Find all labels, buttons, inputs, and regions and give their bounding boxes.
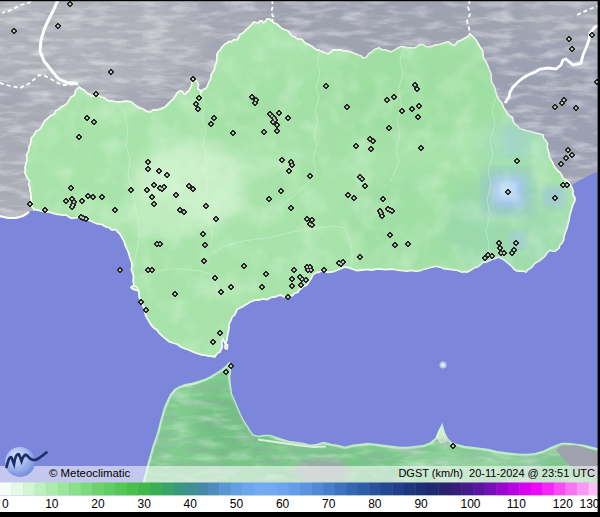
svg-text:© Meteoclimatic: © Meteoclimatic <box>49 467 130 479</box>
svg-text:40: 40 <box>184 497 198 511</box>
svg-text:50: 50 <box>230 497 244 511</box>
svg-text:DGST (km/h) 20-11-2024 @ 23:5: DGST (km/h) 20-11-2024 @ 23:51 UTC <box>398 467 595 479</box>
svg-text:80: 80 <box>368 497 382 511</box>
svg-text:10: 10 <box>45 497 59 511</box>
svg-text:100: 100 <box>461 497 481 511</box>
svg-text:70: 70 <box>322 497 336 511</box>
svg-text:30: 30 <box>138 497 152 511</box>
svg-text:120: 120 <box>553 497 573 511</box>
svg-text:110: 110 <box>507 497 526 511</box>
svg-text:130: 130 <box>579 497 599 511</box>
svg-text:0: 0 <box>2 497 9 511</box>
svg-text:60: 60 <box>276 497 290 511</box>
svg-text:20: 20 <box>91 497 105 511</box>
svg-text:90: 90 <box>414 497 428 511</box>
